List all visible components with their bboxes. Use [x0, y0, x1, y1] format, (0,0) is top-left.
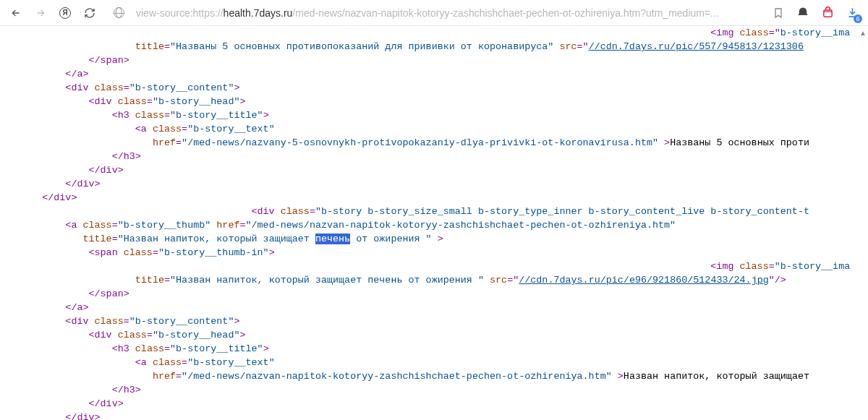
- extension-voice-button[interactable]: [793, 3, 813, 23]
- downloads-button[interactable]: 6: [842, 3, 862, 23]
- url-scheme: view-source:https://: [136, 7, 224, 19]
- downloads-badge: 6: [854, 14, 862, 23]
- back-button[interactable]: [6, 3, 26, 23]
- address-bar[interactable]: view-source:https://health.7days.ru/med-…: [133, 7, 764, 19]
- yandex-home-button[interactable]: Я: [55, 3, 75, 23]
- scroll-up-indicator: ▲: [859, 29, 867, 37]
- reload-button[interactable]: [80, 3, 100, 23]
- bookmark-button[interactable]: [768, 3, 788, 23]
- url-host: health.7days.ru: [224, 7, 293, 19]
- globe-icon: [114, 7, 124, 18]
- svg-rect-0: [823, 10, 831, 17]
- extension-shop-button[interactable]: [817, 3, 838, 23]
- page-content[interactable]: ▲ <img class="b-story__ima title="Назван…: [0, 26, 868, 420]
- forward-button[interactable]: [30, 3, 51, 23]
- search-highlight: печень: [315, 233, 350, 244]
- browser-toolbar: Я view-source:https://health.7days.ru/me…: [0, 0, 868, 26]
- source-code[interactable]: <img class="b-story__ima title="Названы …: [0, 26, 868, 420]
- url-path: /med-news/nazvan-napitok-kotoryy-zashchi…: [292, 7, 718, 19]
- site-info-icon[interactable]: [109, 3, 129, 23]
